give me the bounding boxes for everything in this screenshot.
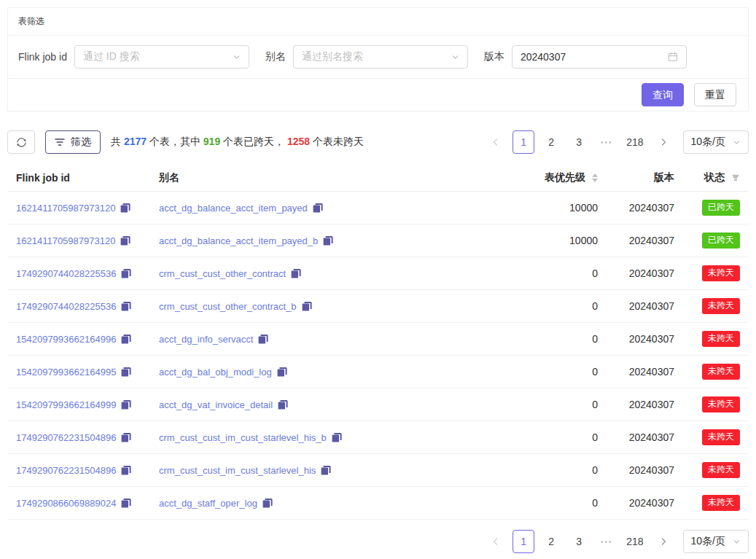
status-badge: 未跨天 [702,429,740,445]
filter-funnel-icon[interactable] [731,173,740,182]
copy-icon-glyph [120,235,130,246]
status-badge: 未跨天 [702,298,740,314]
copy-icon[interactable] [121,367,131,377]
page-size-select[interactable]: 10条/页 [683,130,749,154]
filter-panel-title: 表筛选 [8,8,748,36]
copy-icon-glyph [277,367,287,377]
row-flink-job-id-link[interactable]: 1749290762231504896 [16,432,116,443]
copy-icon-glyph [302,301,312,311]
copy-icon[interactable] [278,399,288,410]
copy-icon[interactable] [262,498,273,508]
copy-icon-glyph [121,498,131,508]
copy-icon[interactable] [258,334,268,344]
pagination-page-1[interactable]: 1 [513,530,534,553]
header-priority[interactable]: 表优先级 [497,171,607,184]
row-priority: 0 [497,464,607,476]
row-flink-job-id-link[interactable]: 1749290744028225536 [16,301,116,312]
copy-icon[interactable] [121,465,131,475]
row-alias-link[interactable]: crm_cust_cust_im_cust_starlevel_his [159,465,316,476]
copy-icon[interactable] [120,203,130,213]
refresh-button[interactable] [7,130,35,154]
pagination-ellipsis[interactable]: ••• [596,130,617,154]
table-header-row: Flink job id 别名 表优先级 版本 状态 [7,164,749,192]
row-priority: 10000 [497,202,607,214]
copy-icon-glyph [121,432,131,442]
summary-part1: 共 [111,136,124,147]
copy-icon[interactable] [313,203,323,213]
query-button[interactable]: 查询 [642,83,684,106]
copy-icon[interactable] [121,301,131,311]
pagination-page-3[interactable]: 3 [568,530,590,553]
status-badge: 未跨天 [702,495,740,511]
row-flink-job-id-link[interactable]: 1749290866069889024 [16,498,116,509]
row-priority: 0 [497,300,607,312]
version-date-input[interactable]: 20240307 [512,45,687,69]
page-root: 表筛选 Flink job id 通过 ID 搜索 别名 通过别名搜索 版本 [0,0,756,559]
refresh-icon [16,137,27,148]
copy-icon[interactable] [277,367,287,377]
filter-fields-row: Flink job id 通过 ID 搜索 别名 通过别名搜索 版本 20240… [8,36,748,79]
row-priority: 0 [497,366,607,378]
pagination-ellipsis[interactable]: ••• [596,530,617,553]
header-version: 版本 [607,171,683,184]
status-badge: 未跨天 [702,331,740,347]
table-row: 1621411705987973120 acct_dg_balance_acct… [7,192,749,224]
row-flink-job-id-link[interactable]: 1542097993662164996 [16,334,116,345]
flink-job-id-select[interactable]: 通过 ID 搜索 [74,45,249,69]
copy-icon[interactable] [121,334,131,344]
copy-icon-glyph [313,203,323,213]
row-alias-link[interactable]: crm_cust_cust_other_contract_b [159,301,297,312]
table-row: 1542097993662164995 acct_dg_bal_obj_modi… [7,356,749,388]
copy-icon-glyph [291,268,301,278]
pagination-next-button[interactable] [652,130,674,154]
pagination-page-3[interactable]: 3 [568,130,590,154]
pagination-page-2[interactable]: 2 [540,530,562,553]
row-alias-link[interactable]: crm_cust_cust_im_cust_starlevel_his_b [159,432,327,443]
row-version: 20240307 [607,399,683,410]
pagination-page-last[interactable]: 218 [623,130,646,154]
row-alias-link[interactable]: crm_cust_cust_other_contract [159,268,286,279]
pagination-prev-button[interactable] [485,130,507,154]
copy-icon[interactable] [302,301,312,311]
row-flink-job-id-link[interactable]: 1542097993662164999 [16,399,116,410]
row-alias-link[interactable]: acct_dg_balance_acct_item_payed [159,203,308,214]
row-alias-link[interactable]: acct_dg_bal_obj_modi_log [159,367,272,378]
page-size-select[interactable]: 10条/页 [683,530,749,553]
copy-icon-glyph [121,399,131,410]
table-row: 1621411705987973120 acct_dg_balance_acct… [7,224,749,257]
filter-actions-row: 查询 重置 [8,79,748,111]
copy-icon[interactable] [321,465,331,475]
copy-icon[interactable] [121,268,131,278]
row-alias-link[interactable]: acct_dg_vat_invoice_detail [159,399,273,410]
copy-icon[interactable] [323,235,333,246]
row-flink-job-id-link[interactable]: 1621411705987973120 [16,203,115,214]
row-flink-job-id-link[interactable]: 1749290762231504896 [16,465,116,476]
row-flink-job-id-link[interactable]: 1621411705987973120 [16,235,115,246]
row-flink-job-id-link[interactable]: 1749290744028225536 [16,268,116,279]
pagination-page-1[interactable]: 1 [513,130,534,154]
copy-icon[interactable] [121,399,131,410]
row-priority: 0 [497,267,607,279]
pagination-next-button[interactable] [652,530,674,553]
row-priority: 0 [497,497,607,509]
sorter-icon[interactable] [592,173,598,182]
alias-select[interactable]: 通过别名搜索 [293,45,468,69]
chevron-down-icon [233,53,241,61]
row-flink-job-id-link[interactable]: 1542097993662164995 [16,367,116,378]
copy-icon[interactable] [291,268,301,278]
filter-button[interactable]: 筛选 [45,130,101,154]
pagination-prev-button[interactable] [485,530,507,553]
filter-item-alias: 别名 通过别名搜索 [265,45,468,69]
copy-icon[interactable] [121,498,131,508]
copy-icon[interactable] [120,235,130,246]
page-size-value: 10条/页 [691,535,725,548]
pagination-page-last[interactable]: 218 [623,530,646,553]
pagination-page-2[interactable]: 2 [540,130,562,154]
reset-button[interactable]: 重置 [694,83,736,106]
row-alias-link[interactable]: acct_dg_info_servacct [159,334,253,345]
row-alias-link[interactable]: acct_dg_staff_oper_log [159,498,257,509]
row-alias-link[interactable]: acct_dg_balance_acct_item_payed_b [159,235,318,246]
copy-icon[interactable] [121,432,131,442]
copy-icon[interactable] [332,432,342,442]
page-size-value: 10条/页 [691,136,725,149]
